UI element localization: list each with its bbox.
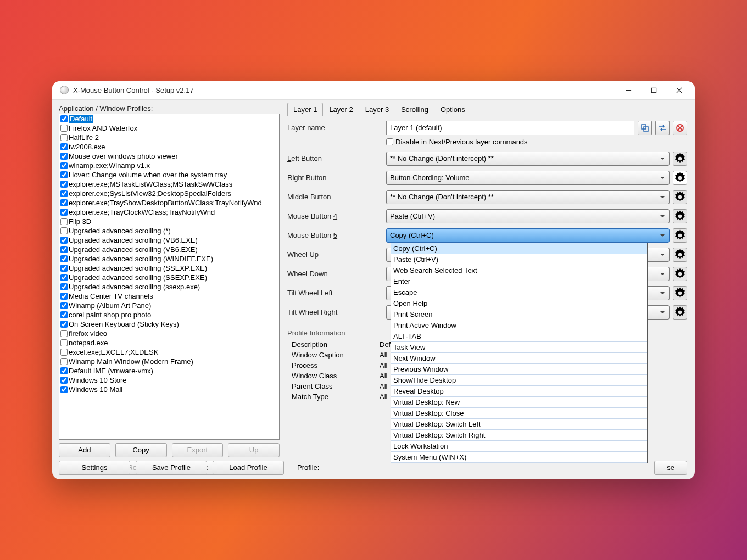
profile-item[interactable]: corel paint shop pro photo — [59, 310, 279, 320]
profile-checkbox[interactable] — [60, 311, 68, 318]
load-profile-button[interactable]: Load Profile — [213, 461, 284, 475]
profile-checkbox[interactable] — [60, 134, 68, 141]
profile-item[interactable]: Upgraded advanced scrolling (WINDIFF.EXE… — [59, 254, 279, 264]
profile-item[interactable]: explorer.exe;TrayClockWClass;TrayNotifyW… — [59, 208, 279, 217]
profile-checkbox[interactable] — [60, 367, 68, 374]
tab-layer-3[interactable]: Layer 3 — [359, 103, 395, 116]
profile-checkbox[interactable] — [60, 181, 68, 188]
profile-item[interactable]: excel.exe;EXCEL7;XLDESK — [59, 348, 279, 357]
profile-checkbox[interactable] — [60, 218, 68, 225]
profile-item[interactable]: Flip 3D — [59, 217, 279, 226]
dropdown-item[interactable]: Enter — [391, 276, 647, 287]
profile-checkbox[interactable] — [60, 199, 68, 206]
dropdown-item[interactable]: ALT-TAB — [391, 331, 647, 342]
reset-layer-button[interactable] — [673, 121, 687, 135]
profile-checkbox[interactable] — [60, 246, 68, 253]
profile-item[interactable]: Upgraded advanced scrolling (SSEXP.EXE) — [59, 264, 279, 273]
profile-item[interactable]: explorer.exe;SysListView32;DesktopSpecia… — [59, 189, 279, 198]
profile-item[interactable]: Firefox AND Waterfox — [59, 124, 279, 133]
profile-checkbox[interactable] — [60, 283, 68, 290]
profile-checkbox[interactable] — [60, 386, 68, 393]
dropdown-item[interactable]: Virtual Desktop: Switch Left — [391, 419, 647, 430]
profile-checkbox[interactable] — [60, 302, 68, 309]
dropdown-item[interactable]: Reveal Desktop — [391, 386, 647, 397]
profile-checkbox[interactable] — [60, 190, 68, 197]
button-action-combo[interactable]: ** No Change (Don't intercept) ** — [386, 190, 670, 204]
profile-checkbox[interactable] — [60, 162, 68, 169]
swap-layer-button[interactable] — [655, 121, 670, 135]
dropdown-item[interactable]: Task View — [391, 342, 647, 353]
profile-checkbox[interactable] — [60, 330, 68, 337]
dropdown-item[interactable]: Show/Hide Desktop — [391, 375, 647, 386]
profile-checkbox[interactable] — [60, 171, 68, 178]
profile-item[interactable]: Upgraded advanced scrolling (*) — [59, 226, 279, 236]
profile-checkbox[interactable] — [60, 358, 68, 365]
profile-item[interactable]: explorer.exe;TrayShowDesktopButtonWClass… — [59, 198, 279, 208]
dropdown-item[interactable]: Open Help — [391, 298, 647, 309]
dropdown-item[interactable]: Virtual Desktop: Close — [391, 408, 647, 419]
tab-scrolling[interactable]: Scrolling — [395, 103, 434, 116]
profile-checkbox[interactable] — [60, 209, 68, 216]
gear-icon[interactable] — [673, 171, 687, 185]
button-action-combo[interactable]: ** No Change (Don't intercept) ** — [386, 152, 670, 166]
disable-layer-checkbox[interactable] — [386, 138, 393, 145]
profile-item[interactable]: Windows 10 Mail — [59, 385, 279, 394]
dropdown-item[interactable]: Copy (Ctrl+C) — [391, 243, 647, 254]
minimize-button[interactable] — [616, 81, 641, 100]
profile-checkbox[interactable] — [60, 321, 68, 328]
profile-item[interactable]: HalfLife 2 — [59, 133, 279, 142]
profile-checkbox[interactable] — [60, 377, 68, 384]
profile-item[interactable]: Winamp Main Window (Modern Frame) — [59, 357, 279, 366]
profile-item[interactable]: winamp.exe;Winamp v1.x — [59, 161, 279, 170]
profile-item[interactable]: On Screen Keyboard (Sticky Keys) — [59, 320, 279, 329]
dropdown-item[interactable]: Next Window — [391, 353, 647, 364]
dropdown-item[interactable]: Virtual Desktop: New — [391, 397, 647, 408]
dropdown-item[interactable]: Lock Workstation — [391, 441, 647, 452]
profile-item[interactable]: tw2008.exe — [59, 142, 279, 152]
copy-button[interactable]: Copy — [115, 443, 167, 457]
maximize-button[interactable] — [641, 81, 666, 100]
settings-button[interactable]: Settings — [59, 461, 130, 475]
dropdown-item[interactable]: Print Active Window — [391, 320, 647, 331]
profiles-listbox[interactable]: DefaultFirefox AND WaterfoxHalfLife 2tw2… — [59, 114, 280, 440]
profile-item[interactable]: notepad.exe — [59, 338, 279, 348]
profile-item[interactable]: Windows 10 Store — [59, 376, 279, 385]
profile-checkbox[interactable] — [60, 265, 68, 272]
button-action-combo[interactable]: Button Chording: Volume — [386, 171, 670, 185]
profile-checkbox[interactable] — [60, 237, 68, 244]
dropdown-item[interactable]: Virtual Desktop: Switch Right — [391, 430, 647, 441]
profile-checkbox[interactable] — [60, 293, 68, 300]
dropdown-item[interactable]: Escape — [391, 287, 647, 298]
dropdown-item[interactable]: Web Search Selected Text — [391, 265, 647, 276]
tab-options[interactable]: Options — [434, 103, 471, 116]
profile-checkbox[interactable] — [60, 153, 68, 160]
profile-item[interactable]: explorer.exe;MSTaskListWClass;MSTaskSwWC… — [59, 180, 279, 189]
profile-item[interactable]: Hover: Change volume when over the syste… — [59, 170, 279, 180]
profile-item[interactable]: Default IME (vmware-vmx) — [59, 366, 279, 376]
dropdown-item[interactable]: Previous Window — [391, 364, 647, 375]
profile-checkbox[interactable] — [60, 227, 68, 234]
profile-checkbox[interactable] — [60, 125, 68, 132]
profile-checkbox[interactable] — [60, 349, 68, 356]
profile-checkbox[interactable] — [60, 274, 68, 281]
profile-item[interactable]: Mouse over windows photo viewer — [59, 152, 279, 161]
profile-item[interactable]: Winamp (Album Art Pane) — [59, 301, 279, 310]
profile-checkbox[interactable] — [60, 255, 68, 262]
tab-layer-2[interactable]: Layer 2 — [323, 103, 359, 116]
profile-item[interactable]: Upgraded advanced scrolling (VB6.EXE) — [59, 245, 279, 254]
button-action-combo[interactable]: Paste (Ctrl+V) — [386, 209, 670, 223]
layer-name-input[interactable] — [386, 121, 634, 135]
profile-checkbox[interactable] — [60, 339, 68, 346]
profile-item[interactable]: Upgraded advanced scrolling (VB6.EXE) — [59, 236, 279, 245]
dropdown-item[interactable]: Print Screen — [391, 309, 647, 320]
copy-layer-button[interactable] — [638, 121, 652, 135]
profile-checkbox[interactable] — [60, 143, 68, 150]
dropdown-item[interactable]: Paste (Ctrl+V) — [391, 254, 647, 265]
add-button[interactable]: Add — [59, 443, 110, 457]
action-dropdown[interactable]: Copy (Ctrl+C)Paste (Ctrl+V)Web Search Se… — [391, 243, 648, 463]
save-profile-button[interactable]: Save Profile — [136, 461, 207, 475]
dropdown-item[interactable]: System Menu (WIN+X) — [391, 452, 647, 463]
profile-item[interactable]: Media Center TV channels — [59, 292, 279, 301]
button-action-combo[interactable]: Copy (Ctrl+C) — [386, 228, 670, 243]
profile-item[interactable]: firefox video — [59, 329, 279, 338]
